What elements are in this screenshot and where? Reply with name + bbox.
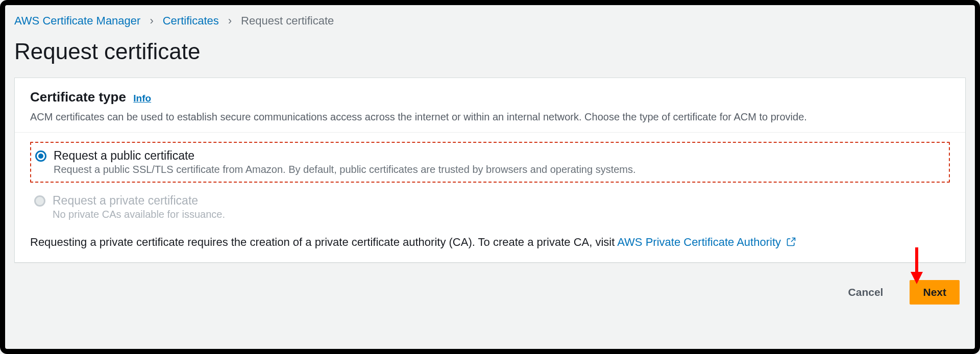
option-private-title: Request a private certificate [53,194,225,208]
certificate-type-card: Certificate type Info ACM certificates c… [14,78,966,263]
breadcrumb-root-link[interactable]: AWS Certificate Manager [14,14,140,28]
card-heading: Certificate type [30,89,126,105]
cancel-button[interactable]: Cancel [835,280,897,305]
option-private-certificate: Request a private certificate No private… [30,188,950,226]
option-private-desc: No private CAs available for issuance. [53,209,225,220]
private-ca-link-text: AWS Private Certificate Authority [617,236,781,248]
breadcrumb-certificates-link[interactable]: Certificates [163,14,219,28]
chevron-right-icon: › [228,14,232,28]
info-link[interactable]: Info [133,93,151,104]
radio-disabled-icon [34,195,45,207]
breadcrumb-current: Request certificate [241,14,334,28]
card-description: ACM certificates can be used to establis… [30,111,950,123]
radio-selected-icon[interactable] [35,150,46,162]
card-header: Certificate type Info ACM certificates c… [15,78,965,133]
option-public-desc: Request a public SSL/TLS certificate fro… [54,164,636,175]
next-button[interactable]: Next [910,280,960,305]
footnote-text: Requesting a private certificate require… [30,236,617,248]
private-ca-footnote: Requesting a private certificate require… [30,236,950,249]
option-public-title: Request a public certificate [54,149,636,163]
option-public-certificate[interactable]: Request a public certificate Request a p… [30,142,950,183]
chevron-right-icon: › [150,14,153,28]
card-body: Request a public certificate Request a p… [15,133,965,262]
private-ca-link[interactable]: AWS Private Certificate Authority [617,236,796,248]
wizard-button-row: Cancel Next [14,280,960,305]
breadcrumb: AWS Certificate Manager › Certificates ›… [14,14,975,28]
external-link-icon [786,237,796,247]
page-title: Request certificate [14,39,975,64]
